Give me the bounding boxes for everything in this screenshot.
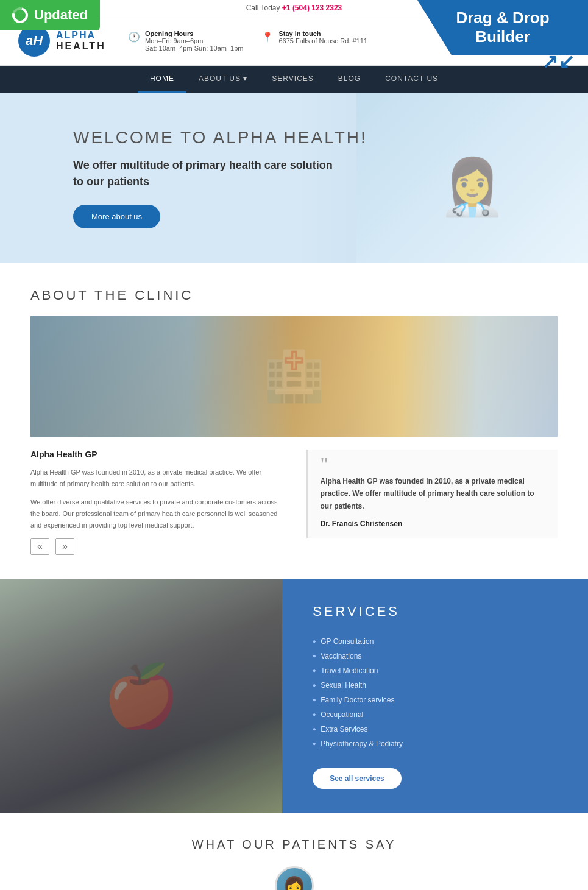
clinic-name: Alpha Health GP <box>30 450 282 459</box>
about-text1: Alpha Health GP was founded in 2010, as … <box>30 467 282 489</box>
services-section: 🍎 SERVICES GP Consultation Vaccinations … <box>0 579 588 813</box>
doctor-illustration: 👩‍⚕️ <box>438 155 506 219</box>
hero-subtitle: We offer multitude of primary health car… <box>73 157 341 190</box>
topbar-text: Call Today <box>246 4 282 12</box>
about-left-col: Alpha Health GP Alpha Health GP was foun… <box>30 450 282 555</box>
service-item-5: Family Doctor services <box>313 693 558 707</box>
nav-blog[interactable]: BLOG <box>326 66 373 93</box>
quote-author: Dr. Francis Christensen <box>321 520 546 528</box>
nav-services[interactable]: SERVICES <box>260 66 325 93</box>
dnd-arrow-icon: ↗↙ <box>542 50 575 73</box>
service-item-4: Sexual Health <box>313 678 558 693</box>
patients-title: WHAT OUR PATIENTS SAY <box>30 838 558 852</box>
patients-section: WHAT OUR PATIENTS SAY 👩 <box>0 813 588 890</box>
about-right-col: " Alpha Health GP was founded in 2010, a… <box>306 450 558 555</box>
about-title: ABOUT THE CLINIC <box>30 288 558 303</box>
services-title: SERVICES <box>313 604 558 620</box>
service-item-6: Occupational <box>313 707 558 722</box>
about-navigation: « » <box>30 538 282 555</box>
dnd-label: Drag & DropBuilder <box>456 9 549 46</box>
quote-text: Alpha Health GP was founded in 2010, as … <box>321 475 546 512</box>
hero-button[interactable]: More about us <box>73 205 160 228</box>
service-item-8: Physiotherapy & Podiatry <box>313 736 558 751</box>
clock-icon: 🕐 <box>128 31 140 43</box>
clinic-image: 🏥 <box>30 316 558 437</box>
about-text2: We offer diverse and qualitative service… <box>30 496 282 531</box>
opening-hours-info: Opening Hours Mon–Fri: 9am–6pmSat: 10am–… <box>145 30 243 52</box>
see-all-services-button[interactable]: See all services <box>313 768 401 789</box>
quote-mark-icon: " <box>321 459 546 469</box>
hero-section: WELCOME TO ALPHA HEALTH! We offer multit… <box>0 93 588 263</box>
service-item-7: Extra Services <box>313 722 558 736</box>
opening-text: Mon–Fri: 9am–6pmSat: 10am–4pm Sun: 10am–… <box>145 37 243 52</box>
hero-title: WELCOME TO ALPHA HEALTH! <box>73 128 367 147</box>
stay-label: Stay in touch <box>278 30 367 37</box>
services-image: 🍎 <box>0 579 282 813</box>
opening-label: Opening Hours <box>145 30 243 37</box>
logo-alpha: ALPHA <box>56 30 106 41</box>
nav-contact[interactable]: CONTACT US <box>373 66 450 93</box>
logo-health: HEALTH <box>56 41 106 52</box>
updated-label: Updated <box>34 7 88 23</box>
patient-avatar-icon: 👩 <box>283 875 305 890</box>
clinic-img-icon: 🏥 <box>30 316 558 437</box>
refresh-icon <box>9 4 31 26</box>
phone-link[interactable]: +1 (504) 123 2323 <box>282 4 342 12</box>
updated-badge: Updated <box>0 0 100 30</box>
service-item-1: GP Consultation <box>313 634 558 649</box>
hero-content: WELCOME TO ALPHA HEALTH! We offer multit… <box>73 128 367 228</box>
service-item-3: Travel Medication <box>313 663 558 678</box>
location-icon: 📍 <box>261 31 274 43</box>
main-nav: HOME ABOUT US ▾ SERVICES BLOG CONTACT US <box>0 66 588 93</box>
stay-in-touch-block: 📍 Stay in touch 6675 Falls of Neuse Rd. … <box>261 30 367 52</box>
logo-text: ALPHA HEALTH <box>56 30 106 52</box>
about-columns: Alpha Health GP Alpha Health GP was foun… <box>30 450 558 555</box>
nav-home[interactable]: HOME <box>138 66 186 93</box>
quote-block: " Alpha Health GP was founded in 2010, a… <box>306 450 558 538</box>
logo-icon-text: aH <box>26 33 43 49</box>
patient-avatar: 👩 <box>275 866 314 890</box>
services-img-icon: 🍎 <box>0 579 282 813</box>
about-prev-button[interactable]: « <box>30 538 49 555</box>
service-item-2: Vaccinations <box>313 649 558 663</box>
about-section: ABOUT THE CLINIC 🏥 Alpha Health GP Alpha… <box>0 263 588 579</box>
about-next-button[interactable]: » <box>55 538 74 555</box>
nav-about[interactable]: ABOUT US ▾ <box>186 66 260 93</box>
stay-info: Stay in touch 6675 Falls of Neuse Rd. #1… <box>278 30 367 44</box>
stay-text: 6675 Falls of Neuse Rd. #111 <box>278 37 367 44</box>
hero-image: 👩‍⚕️ <box>356 93 588 263</box>
services-list: GP Consultation Vaccinations Travel Medi… <box>313 634 558 751</box>
opening-hours-block: 🕐 Opening Hours Mon–Fri: 9am–6pmSat: 10a… <box>128 30 243 52</box>
services-content: SERVICES GP Consultation Vaccinations Tr… <box>282 579 588 813</box>
